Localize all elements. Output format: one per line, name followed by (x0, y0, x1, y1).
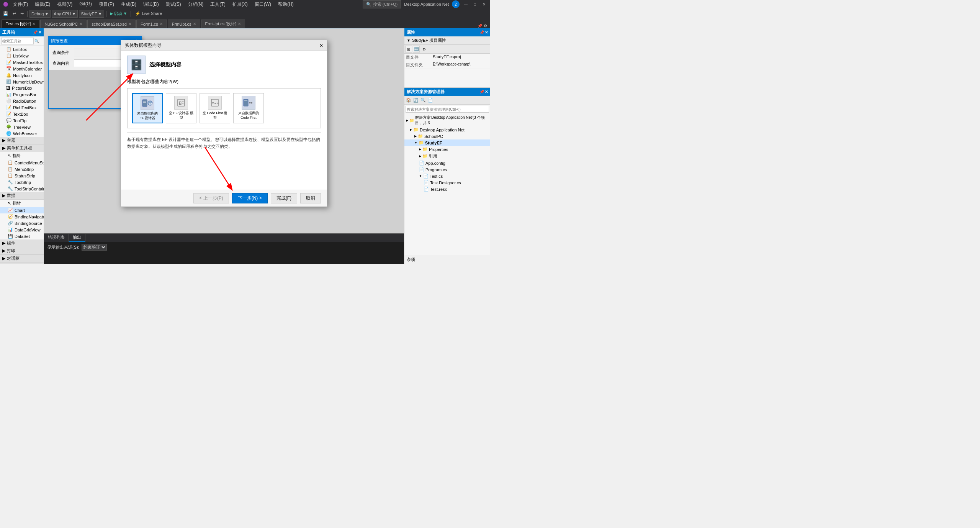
wizard-option-2[interactable]: Code 空 Code First 模型 (200, 93, 230, 123)
liveshare-btn[interactable]: ⚡ Live Share (133, 11, 164, 16)
sol-close[interactable]: ✕ (485, 90, 488, 94)
sol-filter[interactable]: 🔍 (420, 97, 427, 103)
menu-help[interactable]: 帮助(H) (275, 0, 297, 8)
wizard-cancel-btn[interactable]: 取消 (300, 193, 321, 203)
toolbox-item-datagridview[interactable]: 📊DataGridView (0, 226, 44, 233)
tab-close-1[interactable]: ✕ (79, 22, 82, 26)
toolbox-item-listbox[interactable]: 📋ListBox (0, 46, 44, 52)
sol-item-studyef[interactable]: ▼ 📁 StudyEF (404, 139, 490, 146)
toolbox-item-monthcalendar[interactable]: 📅MonthCalendar (0, 66, 44, 72)
toolbox-item-dataset[interactable]: 💾DataSet (0, 233, 44, 239)
menu-edit[interactable]: 编辑(E) (32, 0, 53, 8)
toolbox-pin-btn[interactable]: 📌 (33, 30, 38, 34)
menu-build[interactable]: 生成(B) (118, 0, 139, 8)
toolbox-item-tooltip[interactable]: 💬ToolTip (0, 117, 44, 124)
tab-pin[interactable]: 📌 (478, 24, 482, 28)
toolbox-item-pointer[interactable]: ↖指针 (0, 152, 44, 159)
toolbox-section-container[interactable]: ▶ 容器 (0, 137, 44, 144)
sol-sync[interactable]: 🔄 (412, 97, 419, 103)
props-alpha-btn[interactable]: 🔤 (413, 46, 420, 52)
sol-home[interactable]: 🏠 (405, 97, 412, 103)
menu-git[interactable]: Git(G) (76, 0, 95, 8)
sol-item-schoolpc[interactable]: ▶ 📁 SchoolPC (404, 133, 490, 139)
tab-frmupt-design[interactable]: FrmUpt.cs [设计] ✕ (201, 20, 245, 28)
menu-test[interactable]: 测试(S) (163, 0, 184, 8)
sol-item-testdesigner[interactable]: 📄 Test.Designer.cs (404, 179, 490, 186)
menu-view[interactable]: 视图(V) (54, 0, 75, 8)
toolbox-section-print[interactable]: ▶ 打印 (0, 247, 44, 255)
sol-item-programcs[interactable]: 📄 Program.cs (404, 166, 490, 173)
toolbox-item-toolstrip[interactable]: 🔧ToolStrip (0, 179, 44, 185)
toolbox-item-numericupdown[interactable]: 🔢NumericUpDown (0, 79, 44, 85)
cpu-dropdown[interactable]: Any CPU ▼ (52, 10, 78, 18)
toolbox-item-treeview[interactable]: 🌳TreeView (0, 124, 44, 130)
wizard-back-btn[interactable]: < 上一步(P) (193, 193, 229, 203)
toolbox-close-btn[interactable]: ✕ (38, 30, 41, 34)
sol-item-testresx[interactable]: 📄 Test.resx (404, 186, 490, 192)
tab-form1[interactable]: Form1.cs ✕ (136, 20, 167, 28)
menu-window[interactable]: 窗口(W) (252, 0, 274, 8)
start-btn[interactable]: ▶ ▶ 启动 ▼ 启动 ▼ (108, 10, 129, 18)
toolbox-item-textbox[interactable]: 📝TextBox (0, 111, 44, 117)
toolbox-item-notifyicon[interactable]: 🔔NotifyIcon (0, 72, 44, 79)
toolbox-item-statusstrip[interactable]: 📋StatusStrip (0, 172, 44, 179)
menu-project[interactable]: 项目(P) (96, 0, 117, 8)
toolbox-item-radiobutton[interactable]: ⚪RadioButton (0, 98, 44, 104)
menu-extend[interactable]: 扩展(X) (229, 0, 251, 8)
tab-dataset[interactable]: schoolDataSet.xsd ✕ (87, 20, 136, 28)
tab-nuget[interactable]: NuGet: SchoolPC ✕ (40, 20, 87, 28)
toolbox-item-webbrowser[interactable]: 🌐WebBrowser (0, 130, 44, 137)
toolbox-section-components[interactable]: ▶ 组件 (0, 239, 44, 247)
output-tab-output[interactable]: 输出 (69, 234, 85, 242)
toolbox-item-contextmenu[interactable]: 📋ContextMenuStrip (0, 159, 44, 166)
menu-file[interactable]: 文件(F) (10, 0, 31, 8)
toolbox-section-wpf[interactable]: ▶ WPF 互操作性 (0, 262, 44, 264)
toolbox-item-progressbar[interactable]: 📊ProgressBar (0, 91, 44, 98)
maximize-btn[interactable]: □ (472, 1, 478, 7)
sol-item-appconfig[interactable]: 📄 App.config (404, 160, 490, 166)
save-btn[interactable]: 💾 (2, 10, 10, 18)
toolbox-item-listview[interactable]: 📋ListView (0, 52, 44, 59)
toolbox-section-dialog[interactable]: ▶ 对话框 (0, 255, 44, 262)
search-box[interactable]: 🔍 搜索 (Ctrl+Q) (363, 0, 401, 8)
toolbox-item-bindingsource[interactable]: 🔗BindingSource (0, 220, 44, 226)
ef-wizard-close[interactable]: ✕ (319, 43, 323, 48)
props-close[interactable]: ✕ (485, 30, 488, 34)
project-dropdown[interactable]: StudyEF ▼ (79, 10, 104, 18)
wizard-next-btn[interactable]: 下一步(N) > (232, 193, 268, 203)
undo-btn[interactable]: ↩ (11, 10, 18, 18)
sol-item-desktop[interactable]: ▶ 📁 Desktop Application Net (404, 126, 490, 133)
sol-item-properties[interactable]: ▶ 📁 Properties (404, 146, 490, 152)
toolbox-item-maskedtextbox[interactable]: 📝MaskedTextBox (0, 59, 44, 66)
props-category-btn[interactable]: ⊞ (405, 46, 412, 52)
menu-analyze[interactable]: 分析(N) (185, 0, 207, 8)
toolbox-item-chart[interactable]: 📈Chart (0, 207, 44, 213)
toolbox-item-data-pointer[interactable]: ↖指针 (0, 200, 44, 207)
props-dropdown[interactable]: ▼ (407, 38, 411, 43)
toolbox-section-menu[interactable]: ▶ 菜单和工具栏 (0, 144, 44, 152)
output-source-select[interactable]: 约束验证 (82, 244, 107, 251)
tab-close-2[interactable]: ✕ (128, 22, 131, 26)
toolbox-item-picturebox[interactable]: 🖼PictureBox (0, 85, 44, 91)
wizard-option-0[interactable]: EF 来自数据库的 EF 设计器 (132, 93, 163, 123)
tab-frmupt[interactable]: FrmUpt.cs ✕ (168, 20, 200, 28)
tab-close-5[interactable]: ✕ (238, 22, 241, 26)
wizard-finish-btn[interactable]: 完成(F) (271, 193, 297, 203)
sol-item-references[interactable]: ▶ 📁 引用 (404, 152, 490, 160)
props-pin[interactable]: 📌 (479, 30, 484, 34)
toolbox-search-input[interactable] (1, 38, 34, 44)
tab-close-0[interactable]: ✕ (32, 22, 35, 26)
toolbox-item-menustrip[interactable]: 📋MenuStrip (0, 166, 44, 172)
close-btn[interactable]: ✕ (481, 1, 487, 7)
tab-close-4[interactable]: ✕ (193, 22, 196, 26)
solution-search-input[interactable] (406, 106, 489, 113)
sol-item-testcs[interactable]: ▼ 📄 Test.cs (404, 173, 490, 179)
tab-settings[interactable]: ⚙ (484, 24, 487, 28)
minimize-btn[interactable]: — (463, 1, 469, 7)
toolbox-item-toolstripcontainer[interactable]: 🔧ToolStripContainer (0, 185, 44, 192)
output-tab-errors[interactable]: 错误列表 (44, 234, 69, 242)
tab-close-3[interactable]: ✕ (160, 22, 163, 26)
menu-debug[interactable]: 调试(D) (140, 0, 162, 8)
wizard-option-3[interactable]: CF 来自数据库的 Code First (233, 93, 264, 123)
sol-root[interactable]: ▶ 📁 解决方案'Desktop Application Net'(3 个项目，… (404, 114, 490, 126)
